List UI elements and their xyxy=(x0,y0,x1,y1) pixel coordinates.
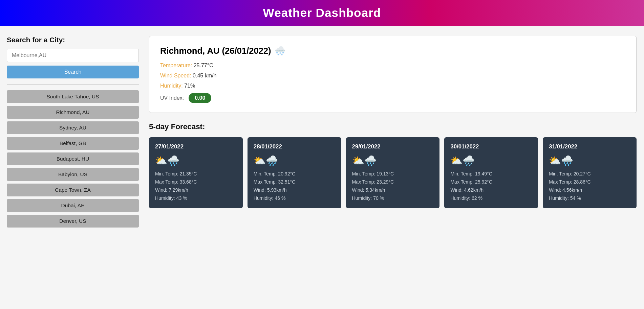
city-list: South Lake Tahoe, USRichmond, AUSydney, … xyxy=(7,90,139,228)
humidity-label: Humidity: xyxy=(160,83,183,89)
current-weather-icon: 🌨️ xyxy=(275,46,285,56)
forecast-humidity: Humidity: 62 % xyxy=(450,195,532,201)
wind-value: 0.45 km/h xyxy=(193,73,216,78)
forecast-date: 30/01/2022 xyxy=(450,143,532,150)
search-button[interactable]: Search xyxy=(7,66,139,78)
current-city-name: Richmond, AU (26/01/2022) xyxy=(160,46,271,56)
humidity-value: 71% xyxy=(184,83,195,89)
main-content: Richmond, AU (26/01/2022) 🌨️ Temperature… xyxy=(149,36,637,228)
temperature-row: Temperature: 25.77°C xyxy=(160,63,625,69)
forecast-grid: 27/01/2022 ⛅🌧️ Min. Temp: 21.35°C Max Te… xyxy=(149,137,637,208)
forecast-max-temp: Max Temp: 28.86°C xyxy=(549,179,630,185)
forecast-min-temp: Min. Temp: 19.13°C xyxy=(352,171,434,176)
forecast-min-temp: Min. Temp: 20.27°C xyxy=(549,171,630,176)
forecast-icon: ⛅🌧️ xyxy=(450,155,532,166)
forecast-wind: Wind: 5.93km/h xyxy=(254,187,335,193)
app-title: Weather Dashboard xyxy=(0,6,644,20)
city-item[interactable]: Budapest, HU xyxy=(7,152,139,165)
forecast-date: 28/01/2022 xyxy=(254,143,335,150)
forecast-card: 27/01/2022 ⛅🌧️ Min. Temp: 21.35°C Max Te… xyxy=(149,137,243,208)
search-input[interactable] xyxy=(7,49,139,62)
forecast-icon: ⛅🌧️ xyxy=(155,155,237,166)
current-weather-card: Richmond, AU (26/01/2022) 🌨️ Temperature… xyxy=(149,36,637,113)
city-item[interactable]: Richmond, AU xyxy=(7,106,139,119)
current-city-title: Richmond, AU (26/01/2022) 🌨️ xyxy=(160,46,625,56)
city-item[interactable]: Denver, US xyxy=(7,215,139,228)
forecast-max-temp: Max Temp: 23.29°C xyxy=(352,179,434,185)
uv-row: UV Index: 0.00 xyxy=(160,93,625,103)
forecast-max-temp: Max Temp: 32.51°C xyxy=(254,179,335,185)
forecast-card: 29/01/2022 ⛅🌧️ Min. Temp: 19.13°C Max Te… xyxy=(346,137,440,208)
city-item[interactable]: Belfast, GB xyxy=(7,137,139,150)
city-item[interactable]: Cape Town, ZA xyxy=(7,184,139,196)
sidebar: Search for a City: Search South Lake Tah… xyxy=(7,36,139,228)
forecast-humidity: Humidity: 46 % xyxy=(254,195,335,201)
humidity-row: Humidity: 71% xyxy=(160,83,625,89)
forecast-humidity: Humidity: 54 % xyxy=(549,195,630,201)
app-header: Weather Dashboard xyxy=(0,0,644,26)
forecast-section: 5-day Forecast: 27/01/2022 ⛅🌧️ Min. Temp… xyxy=(149,122,637,208)
forecast-min-temp: Min. Temp: 21.35°C xyxy=(155,171,237,176)
forecast-card: 31/01/2022 ⛅🌧️ Min. Temp: 20.27°C Max Te… xyxy=(543,137,637,208)
sidebar-divider xyxy=(7,85,139,85)
forecast-wind: Wind: 4.56km/h xyxy=(549,187,630,193)
search-section-title: Search for a City: xyxy=(7,36,139,44)
forecast-max-temp: Max Temp: 25.92°C xyxy=(450,179,532,185)
forecast-humidity: Humidity: 43 % xyxy=(155,195,237,201)
forecast-min-temp: Min. Temp: 19.49°C xyxy=(450,171,532,176)
city-item[interactable]: Sydney, AU xyxy=(7,121,139,134)
forecast-date: 31/01/2022 xyxy=(549,143,630,150)
city-item[interactable]: Dubai, AE xyxy=(7,199,139,212)
forecast-humidity: Humidity: 70 % xyxy=(352,195,434,201)
wind-row: Wind Speed: 0.45 km/h xyxy=(160,73,625,79)
forecast-date: 27/01/2022 xyxy=(155,143,237,150)
wind-label: Wind Speed: xyxy=(160,73,191,78)
uv-label: UV Index: xyxy=(160,95,184,101)
city-item[interactable]: South Lake Tahoe, US xyxy=(7,90,139,103)
forecast-icon: ⛅🌧️ xyxy=(352,155,434,166)
forecast-wind: Wind: 7.29km/h xyxy=(155,187,237,193)
forecast-wind: Wind: 4.62km/h xyxy=(450,187,532,193)
temperature-value: 25.77°C xyxy=(194,63,213,68)
forecast-card: 28/01/2022 ⛅🌧️ Min. Temp: 20.92°C Max Te… xyxy=(248,137,341,208)
forecast-icon: ⛅🌧️ xyxy=(549,155,630,166)
forecast-max-temp: Max Temp: 33.68°C xyxy=(155,179,237,185)
forecast-min-temp: Min. Temp: 20.92°C xyxy=(254,171,335,176)
forecast-title: 5-day Forecast: xyxy=(149,122,637,131)
city-item[interactable]: Babylon, US xyxy=(7,168,139,181)
uv-value: 0.00 xyxy=(189,93,211,103)
forecast-wind: Wind: 5.34km/h xyxy=(352,187,434,193)
forecast-icon: ⛅🌧️ xyxy=(254,155,335,166)
temperature-label: Temperature: xyxy=(160,63,192,68)
forecast-card: 30/01/2022 ⛅🌧️ Min. Temp: 19.49°C Max Te… xyxy=(444,137,538,208)
forecast-date: 29/01/2022 xyxy=(352,143,434,150)
